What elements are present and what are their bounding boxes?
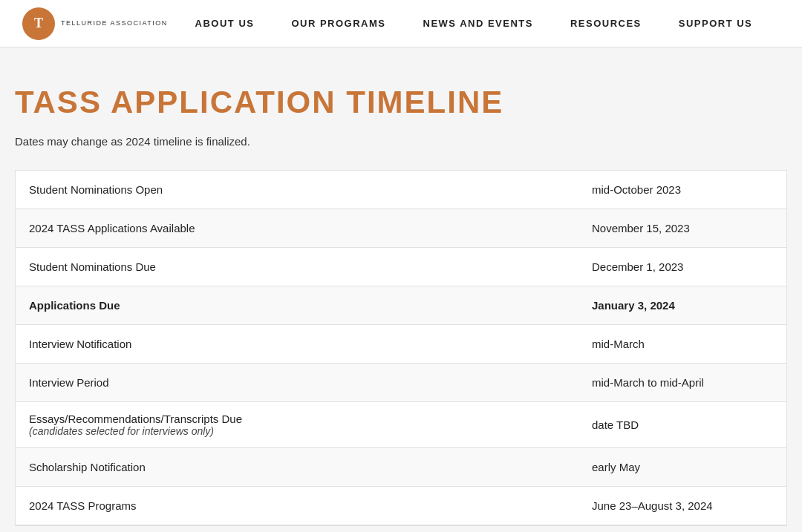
subtitle: Dates may change as 2024 timeline is fin… <box>15 135 787 148</box>
row-date: mid-March to mid-April <box>578 366 786 399</box>
table-row: 2024 TASS ProgramsJune 23–August 3, 2024 <box>16 487 786 525</box>
logo-text: TELLURIDE ASSOCIATION <box>61 19 168 28</box>
row-label: Applications Due <box>16 289 578 322</box>
table-row: Student Nominations Openmid-October 2023 <box>16 171 786 209</box>
row-date: June 23–August 3, 2024 <box>578 489 786 522</box>
nav-support-us[interactable]: SUPPORT US <box>679 18 753 29</box>
table-row: Student Nominations DueDecember 1, 2023 <box>16 248 786 286</box>
row-date: early May <box>578 450 786 484</box>
logo-icon: T <box>22 7 55 40</box>
nav-our-programs[interactable]: OUR PROGRAMS <box>291 18 385 29</box>
nav-about-us[interactable]: ABOUT US <box>195 18 255 29</box>
main-nav: ABOUT US OUR PROGRAMS NEWS AND EVENTS RE… <box>168 18 780 29</box>
row-date: November 15, 2023 <box>578 211 786 245</box>
row-label: 2024 TASS Applications Available <box>16 211 578 245</box>
row-label: Student Nominations Due <box>16 250 578 283</box>
row-label: Scholarship Notification <box>16 450 578 484</box>
nav-news-and-events[interactable]: NEWS AND EVENTS <box>423 18 533 29</box>
row-date: date TBD <box>578 408 786 441</box>
row-date: December 1, 2023 <box>578 250 786 283</box>
table-row: 2024 TASS Applications AvailableNovember… <box>16 209 786 248</box>
table-row: Applications DueJanuary 3, 2024 <box>16 286 786 325</box>
row-label: 2024 TASS Programs <box>16 489 578 522</box>
main-content: TASS APPLICATION TIMELINE Dates may chan… <box>0 47 802 532</box>
page-title: TASS APPLICATION TIMELINE <box>15 85 787 120</box>
row-date: mid-October 2023 <box>578 173 786 206</box>
row-label: Interview Notification <box>16 327 578 361</box>
row-label: Student Nominations Open <box>16 173 578 206</box>
logo-area: T TELLURIDE ASSOCIATION <box>22 7 168 40</box>
row-label: Essays/Recommendations/Transcripts Due(c… <box>16 402 578 447</box>
table-row: Essays/Recommendations/Transcripts Due(c… <box>16 402 786 448</box>
timeline-table: Student Nominations Openmid-October 2023… <box>15 170 787 526</box>
row-date: January 3, 2024 <box>578 289 786 322</box>
table-row: Scholarship Notificationearly May <box>16 448 786 487</box>
row-date: mid-March <box>578 327 786 361</box>
nav-resources[interactable]: RESOURCES <box>570 18 642 29</box>
table-row: Interview Notificationmid-March <box>16 325 786 364</box>
header: T TELLURIDE ASSOCIATION ABOUT US OUR PRO… <box>0 0 802 47</box>
table-row: Interview Periodmid-March to mid-April <box>16 364 786 402</box>
row-note: (candidates selected for interviews only… <box>29 425 565 437</box>
row-label: Interview Period <box>16 366 578 399</box>
